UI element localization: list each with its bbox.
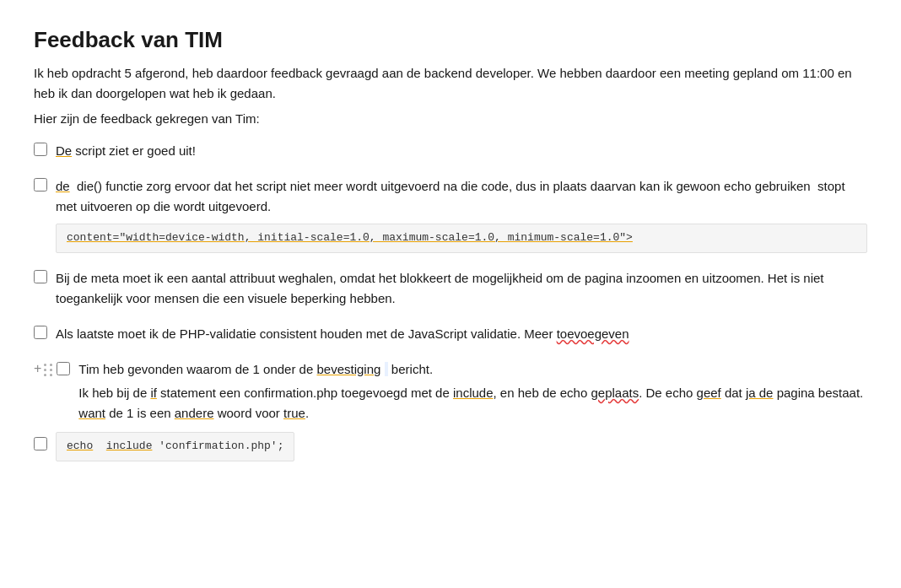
list-item: + Tim heb gevonden waarom de 1 onder de … [34, 359, 867, 423]
item-content-3: Bij de meta moet ik een aantal attribuut… [56, 268, 867, 309]
item-text-3: Bij de meta moet ik een aantal attribuut… [56, 271, 824, 305]
spellcheck-word: geplaats [591, 386, 639, 400]
list-item: Als laatste moet ik de PHP-validatie con… [34, 324, 867, 344]
code-keyword-echo: echo [67, 440, 93, 452]
item-text-1: De script ziet er goed uit! [56, 143, 196, 158]
list-item: de die() functie zorg ervoor dat het scr… [34, 176, 867, 253]
code-underline: content="width=device-width, initial-sca… [67, 231, 633, 244]
item-content-2: de die() functie zorg ervoor dat het scr… [56, 176, 867, 253]
checkbox-3[interactable] [34, 270, 47, 283]
underlined-word: geef [697, 386, 721, 400]
underlined-word: de [56, 179, 70, 193]
item-text-5b: Ik heb bij de if statement een confirmat… [78, 383, 867, 423]
list-item: echo include 'confirmation.php'; [34, 432, 867, 461]
underlined-word: if [150, 386, 157, 400]
item-text-5a: Tim heb gevonden waarom de 1 onder de be… [78, 362, 433, 376]
code-string: 'confirmation.php'; [159, 440, 283, 452]
underlined-word: De [56, 143, 72, 158]
list-item: Bij de meta moet ik een aantal attribuut… [34, 268, 867, 309]
item-text-4: Als laatste moet ik de PHP-validatie con… [56, 326, 629, 341]
code-block-6: echo include 'confirmation.php'; [56, 432, 294, 461]
feedback-list: De script ziet er goed uit! de die() fun… [34, 141, 867, 461]
underlined-word: want [78, 406, 105, 420]
intro-paragraph-1: Ik heb opdracht 5 afgerond, heb daardoor… [34, 63, 867, 104]
checkbox-6[interactable] [34, 437, 47, 450]
page-title: Feedback van TIM [34, 27, 867, 53]
checkbox-2[interactable] [34, 178, 47, 192]
item-text-2: de die() functie zorg ervoor dat het scr… [56, 179, 845, 213]
underlined-word: bevestiging [316, 362, 380, 376]
item-content-1: De script ziet er goed uit! [56, 141, 867, 161]
plus-icon[interactable]: + [34, 362, 41, 375]
underlined-word: true [283, 406, 305, 420]
checkbox-1[interactable] [34, 143, 47, 156]
list-item: De script ziet er goed uit! [34, 141, 867, 161]
item-content-5: Tim heb gevonden waarom de 1 onder de be… [78, 359, 867, 423]
intro-paragraph-2: Hier zijn de feedback gekregen van Tim: [34, 109, 867, 129]
code-block-2: content="width=device-width, initial-sca… [56, 224, 867, 253]
drag-controls[interactable]: + [34, 362, 53, 376]
spellcheck-word: toevoegeven [557, 326, 629, 341]
checkbox-5[interactable] [57, 362, 70, 375]
item-content-4: Als laatste moet ik de PHP-validatie con… [56, 324, 867, 344]
drag-handle-icon[interactable] [44, 364, 53, 376]
highlighted-word [385, 362, 388, 376]
underlined-word: andere [175, 406, 214, 420]
checkbox-4[interactable] [34, 326, 47, 339]
underlined-word: ja de [746, 386, 774, 400]
code-keyword-include: include [106, 440, 153, 452]
item-content-6: echo include 'confirmation.php'; [56, 432, 867, 461]
underlined-word: include [453, 386, 494, 400]
